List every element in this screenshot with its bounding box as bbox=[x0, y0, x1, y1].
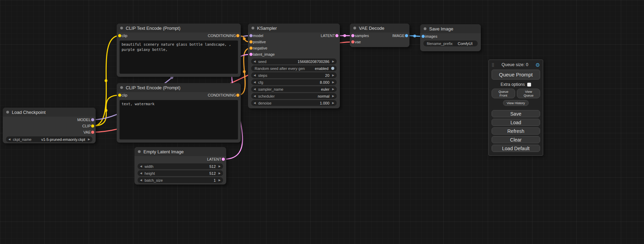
decrement-arrow-icon[interactable]: ◀ bbox=[254, 102, 256, 105]
node-title-bar[interactable]: Load Checkpoint bbox=[3, 108, 96, 117]
decrement-arrow-icon[interactable]: ◀ bbox=[254, 88, 256, 91]
node-title-bar[interactable]: KSampler bbox=[248, 24, 340, 33]
refresh-button[interactable]: Refresh bbox=[492, 127, 540, 135]
save-button[interactable]: Save bbox=[492, 110, 540, 117]
batch-size-widget[interactable]: ◀ batch_size 1 ▶ bbox=[138, 177, 223, 183]
input-slot-negative: negative bbox=[248, 45, 340, 51]
decrement-arrow-icon[interactable]: ◀ bbox=[8, 138, 10, 141]
collapse-dot-icon[interactable] bbox=[6, 111, 9, 114]
increment-arrow-icon[interactable]: ▶ bbox=[332, 88, 334, 91]
increment-arrow-icon[interactable]: ▶ bbox=[219, 165, 221, 168]
random-seed-toggle-widget[interactable]: Random seed after every gen enabled bbox=[251, 65, 337, 71]
height-value: 512 bbox=[209, 171, 215, 175]
height-widget[interactable]: ◀ height 512 ▶ bbox=[138, 170, 223, 176]
increment-arrow-icon[interactable]: ▶ bbox=[332, 95, 334, 98]
sampler-name-widget[interactable]: ◀ sampler_name euler ▶ bbox=[251, 86, 337, 92]
node-vae-decode[interactable]: VAE Decode samples IMAGE vae bbox=[350, 24, 409, 47]
node-save-image[interactable]: Save Image images filename_prefix ComfyU… bbox=[420, 24, 481, 51]
vae-input-dot[interactable] bbox=[351, 40, 354, 44]
seed-value: 156680208700286 bbox=[298, 60, 329, 64]
increment-arrow-icon[interactable]: ▶ bbox=[332, 74, 334, 77]
view-history-button[interactable]: View History bbox=[503, 100, 529, 106]
latent-output-dot[interactable] bbox=[335, 34, 338, 37]
node-title-bar[interactable]: VAE Decode bbox=[350, 24, 409, 33]
collapse-dot-icon[interactable] bbox=[424, 27, 426, 30]
node-title: VAE Decode bbox=[359, 26, 384, 31]
extra-options-checkbox[interactable] bbox=[527, 83, 531, 87]
increment-arrow-icon[interactable]: ▶ bbox=[332, 60, 334, 63]
graph-canvas[interactable]: Load Checkpoint MODEL CLIP VAE ◀ ckpt_na… bbox=[0, 0, 644, 244]
node-title-bar[interactable]: Empty Latent Image bbox=[134, 147, 226, 156]
latent-image-input-label: latent_image bbox=[253, 52, 275, 56]
increment-arrow-icon[interactable]: ▶ bbox=[219, 172, 221, 175]
collapse-dot-icon[interactable] bbox=[252, 27, 254, 29]
clip-output-dot[interactable] bbox=[91, 125, 94, 128]
node-empty-latent-image[interactable]: Empty Latent Image LATENT ◀ width 512 ▶ … bbox=[134, 147, 226, 184]
load-button[interactable]: Load bbox=[492, 119, 540, 126]
denoise-widget[interactable]: ◀ denoise 1.000 ▶ bbox=[251, 100, 337, 106]
seed-widget[interactable]: ◀ seed 156680208700286 ▶ bbox=[251, 58, 337, 64]
cfg-widget[interactable]: ◀ cfg 8.000 ▶ bbox=[251, 79, 337, 85]
decrement-arrow-icon[interactable]: ◀ bbox=[254, 60, 256, 63]
positive-input-dot[interactable] bbox=[249, 40, 253, 44]
queue-prompt-button[interactable]: Queue Prompt bbox=[492, 70, 540, 80]
node-clip-text-encode-negative[interactable]: CLIP Text Encode (Prompt) clip CONDITION… bbox=[117, 83, 241, 143]
output-slot-latent: LATENT bbox=[134, 156, 226, 162]
width-value: 512 bbox=[209, 164, 215, 169]
images-input-dot[interactable] bbox=[422, 35, 425, 38]
node-load-checkpoint[interactable]: Load Checkpoint MODEL CLIP VAE ◀ ckpt_na… bbox=[3, 108, 96, 143]
clear-button[interactable]: Clear bbox=[492, 136, 540, 143]
clip-input-dot[interactable] bbox=[118, 34, 121, 37]
load-default-button[interactable]: Load Default bbox=[492, 145, 540, 152]
positive-prompt-textarea[interactable]: beautiful scenery nature glass bottle la… bbox=[120, 40, 238, 74]
queue-panel: ⣿ Queue size: 0 ⚙ Queue Prompt Extra opt… bbox=[488, 60, 543, 156]
model-input-dot[interactable] bbox=[249, 34, 253, 37]
drag-handle-icon[interactable]: ⣿ bbox=[492, 63, 494, 67]
collapse-dot-icon[interactable] bbox=[138, 150, 141, 153]
width-widget[interactable]: ◀ width 512 ▶ bbox=[138, 163, 223, 169]
decrement-arrow-icon[interactable]: ◀ bbox=[254, 81, 256, 84]
decrement-arrow-icon[interactable]: ◀ bbox=[254, 95, 256, 98]
toggle-dot-icon[interactable] bbox=[331, 67, 334, 70]
decrement-arrow-icon[interactable]: ◀ bbox=[140, 179, 142, 182]
conditioning-output-dot[interactable] bbox=[236, 94, 239, 97]
conditioning-output-dot[interactable] bbox=[236, 34, 239, 37]
vae-output-dot[interactable] bbox=[91, 131, 94, 134]
steps-value: 20 bbox=[325, 73, 329, 78]
latent-image-input-dot[interactable] bbox=[249, 53, 253, 56]
node-ksampler[interactable]: KSampler model LATENT positive negative … bbox=[248, 24, 340, 108]
batch-size-value: 1 bbox=[214, 178, 216, 182]
node-title-bar[interactable]: Save Image bbox=[420, 24, 481, 33]
steps-widget[interactable]: ◀ steps 20 ▶ bbox=[251, 72, 337, 78]
negative-input-dot[interactable] bbox=[249, 47, 253, 50]
decrement-arrow-icon[interactable]: ◀ bbox=[140, 165, 142, 168]
latent-output-dot[interactable] bbox=[222, 158, 225, 161]
ckpt-name-widget[interactable]: ◀ ckpt_name v1-5-pruned-emaonly.ckpt ▶ bbox=[6, 136, 92, 142]
collapse-dot-icon[interactable] bbox=[120, 86, 123, 89]
increment-arrow-icon[interactable]: ▶ bbox=[332, 81, 334, 84]
clip-input-dot[interactable] bbox=[118, 94, 121, 97]
node-title-bar[interactable]: CLIP Text Encode (Prompt) bbox=[117, 83, 241, 92]
node-clip-text-encode-positive[interactable]: CLIP Text Encode (Prompt) clip CONDITION… bbox=[117, 24, 241, 77]
sampler-name-value: euler bbox=[321, 87, 329, 91]
samples-input-dot[interactable] bbox=[351, 34, 354, 37]
decrement-arrow-icon[interactable]: ◀ bbox=[140, 172, 142, 175]
scheduler-widget[interactable]: ◀ scheduler normal ▶ bbox=[251, 93, 337, 99]
slot-row: clip CONDITIONING bbox=[117, 92, 241, 98]
increment-arrow-icon[interactable]: ▶ bbox=[332, 102, 334, 105]
vae-input-label: vae bbox=[355, 40, 361, 44]
image-output-dot[interactable] bbox=[405, 34, 408, 37]
node-title-bar[interactable]: CLIP Text Encode (Prompt) bbox=[117, 24, 241, 33]
model-output-dot[interactable] bbox=[91, 118, 94, 121]
filename-prefix-widget[interactable]: filename_prefix ComfyUI bbox=[423, 40, 478, 46]
settings-gear-icon[interactable]: ⚙ bbox=[536, 62, 540, 67]
node-title: Empty Latent Image bbox=[143, 149, 184, 154]
collapse-dot-icon[interactable] bbox=[120, 27, 123, 29]
queue-front-button[interactable]: Queue Front bbox=[492, 89, 515, 98]
increment-arrow-icon[interactable]: ▶ bbox=[219, 179, 221, 182]
collapse-dot-icon[interactable] bbox=[353, 27, 356, 29]
view-queue-button[interactable]: View Queue bbox=[517, 89, 540, 98]
negative-prompt-textarea[interactable]: text, watermark bbox=[120, 100, 238, 139]
decrement-arrow-icon[interactable]: ◀ bbox=[254, 74, 256, 77]
increment-arrow-icon[interactable]: ▶ bbox=[88, 138, 90, 141]
